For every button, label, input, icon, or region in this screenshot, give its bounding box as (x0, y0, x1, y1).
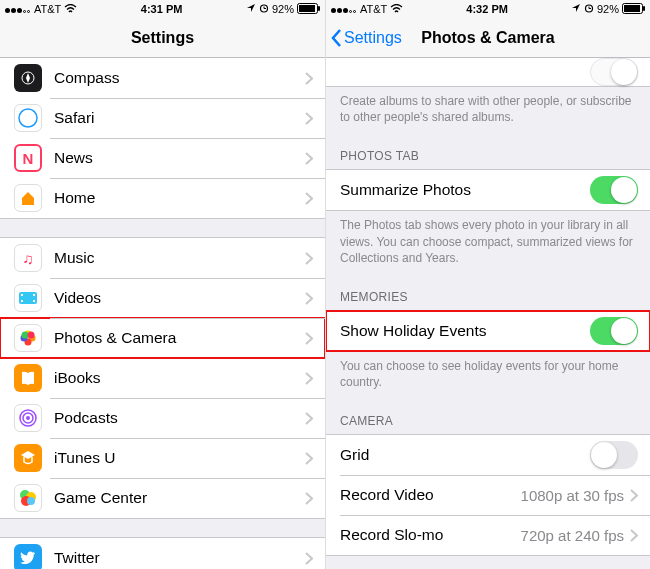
page-title: Settings (131, 29, 194, 47)
svg-rect-10 (33, 300, 35, 302)
row-videos[interactable]: Videos (0, 278, 325, 318)
row-podcasts[interactable]: Podcasts (0, 398, 325, 438)
chevron-right-icon (305, 292, 313, 305)
photos-icon (14, 324, 42, 352)
row-news[interactable]: N News (0, 138, 325, 178)
row-label: Record Slo-mo (340, 526, 521, 544)
compass-icon (14, 64, 42, 92)
row-label: Summarize Photos (340, 181, 590, 199)
row-label: Videos (54, 289, 305, 307)
status-bar: AT&T 4:32 PM 92% (326, 0, 650, 18)
svg-rect-3 (318, 6, 320, 11)
row-label: News (54, 149, 305, 167)
wifi-icon (64, 4, 77, 14)
shared-footer: Create albums to share with other people… (326, 87, 650, 135)
status-bar: AT&T 4:31 PM 92% (0, 0, 325, 18)
row-label: Safari (54, 109, 305, 127)
page-title: Photos & Camera (421, 29, 554, 47)
shared-toggle-group (326, 58, 650, 87)
row-label: Record Video (340, 486, 521, 504)
row-label: iTunes U (54, 449, 305, 467)
twitter-icon (14, 544, 42, 569)
row-safari[interactable]: Safari (0, 98, 325, 138)
carrier-label: AT&T (34, 3, 61, 15)
carrier-label: AT&T (360, 3, 387, 15)
alarm-icon (259, 3, 269, 15)
battery-icon (297, 3, 320, 16)
battery-percent-label: 92% (597, 3, 619, 15)
toggle[interactable] (590, 441, 638, 469)
row-label: iBooks (54, 369, 305, 387)
clock-label: 4:31 PM (141, 3, 183, 15)
row-shared-toggle-partial[interactable] (326, 58, 650, 86)
svg-rect-6 (19, 292, 37, 304)
photos-tab-header: PHOTOS TAB (326, 135, 650, 169)
row-label: Grid (340, 446, 590, 464)
music-icon: ♫ (14, 244, 42, 272)
chevron-right-icon (305, 492, 313, 505)
svg-rect-2 (299, 5, 315, 12)
photos-tab-group: Summarize Photos (326, 169, 650, 211)
memories-group: Show Holiday Events (326, 310, 650, 352)
back-label: Settings (344, 29, 402, 47)
battery-icon (622, 3, 645, 16)
chevron-right-icon (305, 252, 313, 265)
camera-group: Grid Record Video 1080p at 30 fps Record… (326, 434, 650, 556)
row-show-holiday-events[interactable]: Show Holiday Events (326, 311, 650, 351)
gamecenter-icon (14, 484, 42, 512)
photos-tab-footer: The Photos tab shows every photo in your… (326, 211, 650, 276)
row-record-slomo[interactable]: Record Slo-mo 720p at 240 fps (326, 515, 650, 555)
row-label: Twitter (54, 549, 305, 567)
row-label: Show Holiday Events (340, 322, 590, 340)
svg-rect-9 (33, 294, 35, 296)
battery-percent-label: 92% (272, 3, 294, 15)
svg-rect-26 (624, 5, 640, 12)
row-gamecenter[interactable]: Game Center (0, 478, 325, 518)
camera-header: CAMERA (326, 400, 650, 434)
toggle[interactable] (590, 317, 638, 345)
back-button[interactable]: Settings (330, 28, 402, 48)
signal-dots-icon (331, 3, 357, 15)
signal-dots-icon (5, 3, 31, 15)
svg-rect-8 (21, 300, 23, 302)
svg-point-23 (27, 497, 35, 505)
nav-bar: Settings Photos & Camera (326, 18, 650, 58)
chevron-right-icon (305, 112, 313, 125)
chevron-right-icon (305, 372, 313, 385)
row-grid[interactable]: Grid (326, 435, 650, 475)
memories-header: MEMORIES (326, 276, 650, 310)
row-compass[interactable]: Compass (0, 58, 325, 98)
location-icon (571, 3, 581, 15)
svg-rect-27 (643, 6, 645, 11)
row-twitter[interactable]: Twitter (0, 538, 325, 569)
svg-point-15 (22, 332, 29, 339)
chevron-right-icon (630, 529, 638, 542)
apps-group-1: Compass Safari N News Home (0, 58, 325, 219)
clock-label: 4:32 PM (466, 3, 508, 15)
row-detail: 1080p at 30 fps (521, 487, 624, 504)
row-summarize-photos[interactable]: Summarize Photos (326, 170, 650, 210)
row-ibooks[interactable]: iBooks (0, 358, 325, 398)
svg-point-16 (28, 332, 35, 339)
toggle[interactable] (590, 58, 638, 86)
row-record-video[interactable]: Record Video 1080p at 30 fps (326, 475, 650, 515)
photos-camera-screen: AT&T 4:32 PM 92% Settings Photos & Camer… (325, 0, 650, 569)
row-label: Compass (54, 69, 305, 87)
toggle[interactable] (590, 176, 638, 204)
row-label: Podcasts (54, 409, 305, 427)
row-music[interactable]: ♫ Music (0, 238, 325, 278)
settings-screen: AT&T 4:31 PM 92% Settings Compass Safari (0, 0, 325, 569)
settings-scroll[interactable]: Compass Safari N News Home ♫ Mu (0, 58, 325, 569)
row-home[interactable]: Home (0, 178, 325, 218)
chevron-right-icon (305, 332, 313, 345)
photos-camera-scroll[interactable]: Create albums to share with other people… (326, 58, 650, 569)
chevron-right-icon (630, 489, 638, 502)
chevron-right-icon (305, 552, 313, 565)
row-photos-camera[interactable]: Photos & Camera (0, 318, 325, 358)
chevron-right-icon (305, 72, 313, 85)
row-itunesu[interactable]: iTunes U (0, 438, 325, 478)
nav-bar: Settings (0, 18, 325, 58)
row-label: Home (54, 189, 305, 207)
apps-group-3: Twitter (0, 537, 325, 569)
wifi-icon (390, 4, 403, 14)
